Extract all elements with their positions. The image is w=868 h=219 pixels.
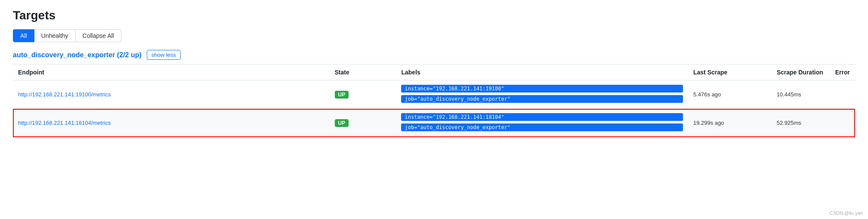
label-badge: instance="192.168.221.141:19100" xyxy=(401,85,683,93)
table-row: http://192.168.221.141:18104/metricsUPin… xyxy=(13,109,855,137)
labels-cell: instance="192.168.221.141:18104"job="aut… xyxy=(396,109,688,137)
label-badge: job="auto_discovery_node_exporter" xyxy=(401,123,683,131)
header-scrape-duration: Scrape Duration xyxy=(772,65,830,80)
endpoint-link[interactable]: http://192.168.221.141:18104/metrics xyxy=(18,120,111,126)
scrape-duration-cell: 10.445ms xyxy=(772,80,830,109)
error-cell xyxy=(830,109,855,137)
table-header-row: Endpoint State Labels Last Scrape Scrape… xyxy=(13,65,855,80)
page-title: Targets xyxy=(13,9,855,22)
state-badge: UP xyxy=(335,91,349,99)
header-last-scrape: Last Scrape xyxy=(688,65,772,80)
endpoint-cell: http://192.168.221.141:19100/metrics xyxy=(13,80,330,109)
last-scrape-cell: 19.299s ago xyxy=(688,109,772,137)
state-badge: UP xyxy=(335,119,349,127)
state-cell: UP xyxy=(330,80,396,109)
label-badge: instance="192.168.221.141:18104" xyxy=(401,113,683,121)
endpoint-link[interactable]: http://192.168.221.141:19100/metrics xyxy=(18,91,111,98)
group-title[interactable]: auto_discovery_node_exporter (2/2 up) xyxy=(13,51,142,59)
label-badge: job="auto_discovery_node_exporter" xyxy=(401,95,683,103)
all-button[interactable]: All xyxy=(13,29,34,42)
targets-table: Endpoint State Labels Last Scrape Scrape… xyxy=(13,64,855,137)
table-row: http://192.168.221.141:19100/metricsUPin… xyxy=(13,80,855,109)
labels-cell: instance="192.168.221.141:19100"job="aut… xyxy=(396,80,688,109)
last-scrape-cell: 5.476s ago xyxy=(688,80,772,109)
error-cell xyxy=(830,80,855,109)
header-endpoint: Endpoint xyxy=(13,65,330,80)
header-error: Error xyxy=(830,65,855,80)
collapse-all-button[interactable]: Collapse All xyxy=(76,29,121,42)
scrape-duration-cell: 52.925ms xyxy=(772,109,830,137)
endpoint-cell: http://192.168.221.141:18104/metrics xyxy=(13,109,330,137)
group-header: auto_discovery_node_exporter (2/2 up) sh… xyxy=(13,50,855,60)
state-cell: UP xyxy=(330,109,396,137)
toolbar: All Unhealthy Collapse All xyxy=(13,29,855,42)
show-less-button[interactable]: show less xyxy=(147,50,181,60)
header-state: State xyxy=(330,65,396,80)
unhealthy-button[interactable]: Unhealthy xyxy=(34,29,76,42)
header-labels: Labels xyxy=(396,65,688,80)
